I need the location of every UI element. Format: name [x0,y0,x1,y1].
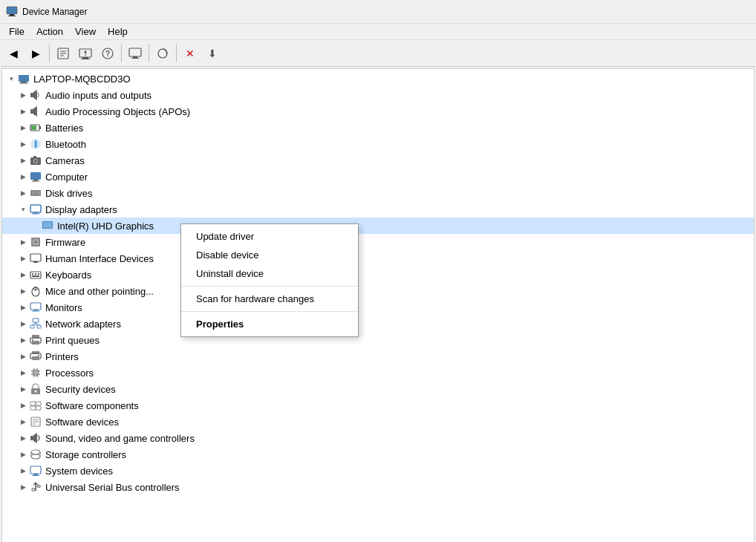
usb-toggle[interactable]: ▶ [17,481,29,493]
tree-item-cameras[interactable]: ▶ Cameras [2,152,754,169]
tree-item-apo[interactable]: ▶ Audio Processing Objects (APOs) [2,103,754,120]
monitors-toggle[interactable]: ▶ [17,301,29,313]
root-icon [17,72,30,85]
svg-rect-101 [33,474,38,475]
keyboards-icon [29,268,42,281]
ctx-uninstall-device[interactable]: Uninstall device [181,264,358,283]
ctx-disable-device[interactable]: Disable device [181,246,358,264]
tree-item-computer[interactable]: ▶ Computer [2,169,754,185]
security-toggle[interactable]: ▶ [17,383,29,395]
menu-action[interactable]: Action [30,25,69,39]
audio-toggle[interactable]: ▶ [17,89,29,101]
apo-toggle[interactable]: ▶ [17,105,29,117]
tree-item-monitors[interactable]: ▶ Monitors [2,299,754,316]
menu-file[interactable]: File [3,25,30,39]
remove-button[interactable]: ✕ [180,43,201,64]
tree-item-sound[interactable]: ▶ Sound, video and game controllers [2,430,754,446]
tree-item-disk[interactable]: ▶ Disk drives [2,185,754,201]
keyboards-toggle[interactable]: ▶ [17,269,29,281]
ctx-update-driver[interactable]: Update driver [181,227,358,246]
tree-root[interactable]: ▾ LAPTOP-MQBCDD3O [2,71,754,87]
menu-view[interactable]: View [69,25,102,39]
tree-item-intel-graphics[interactable]: ▶ Intel(R) UHD Graphics [2,218,754,234]
tree-item-batteries[interactable]: ▶ Batteries [2,120,754,136]
root-label: LAPTOP-MQBCDD3O [33,74,131,85]
svg-rect-47 [30,254,41,261]
tree-item-print-queues[interactable]: ▶ Print queues [2,332,754,348]
properties-button[interactable] [53,43,74,64]
tree-item-security[interactable]: ▶ Security devices [2,381,754,397]
tree-item-hid[interactable]: ▶ Human Interface Devices [2,250,754,267]
root-toggle[interactable]: ▾ [5,73,17,85]
tree-item-network[interactable]: ▶ Network adapters [2,316,754,332]
svg-rect-40 [33,212,38,214]
batteries-icon [29,121,42,134]
tree-item-mice[interactable]: ▶ Mice and other pointing... [2,283,754,299]
ctx-scan-hardware[interactable]: Scan for hardware changes [181,290,358,308]
svg-rect-69 [32,339,33,341]
network-label: Network adapters [45,319,121,330]
cameras-icon [29,154,42,167]
display-toggle[interactable]: ▾ [17,203,29,215]
system-icon [29,464,42,477]
toolbar-sep-3 [149,45,149,62]
tree-item-system[interactable]: ▶ System devices [2,463,754,479]
scan-button[interactable] [152,43,173,64]
svg-rect-32 [33,180,38,181]
bluetooth-toggle[interactable]: ▶ [17,138,29,150]
tree-item-software-components[interactable]: ▶ Software components [2,397,754,414]
print-queues-label: Print queues [45,335,100,346]
sound-icon [29,431,42,445]
svg-rect-90 [36,406,41,410]
forward-button[interactable]: ▶ [25,43,46,64]
help-button[interactable]: ? [97,43,118,64]
svg-rect-104 [32,489,35,491]
processors-label: Processors [45,368,94,379]
usb-icon [29,480,42,494]
svg-rect-20 [30,93,33,97]
mice-toggle[interactable]: ▶ [17,285,29,297]
tree-item-keyboards[interactable]: ▶ Keyboards [2,267,754,283]
tree-item-bluetooth[interactable]: ▶ ᛒ Bluetooth [2,136,754,152]
software-devices-toggle[interactable]: ▶ [17,416,29,428]
sound-toggle[interactable]: ▶ [17,432,29,444]
download-button[interactable]: ⬇ [202,43,223,64]
svg-rect-33 [32,181,39,182]
svg-rect-41 [32,214,39,215]
tree-item-firmware[interactable]: ▶ Firmware [2,234,754,250]
printers-toggle[interactable]: ▶ [17,350,29,362]
storage-toggle[interactable]: ▶ [17,448,29,460]
title-bar: Device Manager [0,0,756,24]
software-components-toggle[interactable]: ▶ [17,399,29,411]
software-devices-icon [29,415,42,428]
toolbar-sep-2 [121,45,122,62]
firmware-toggle[interactable]: ▶ [17,236,29,248]
tree-item-software-devices[interactable]: ▶ Software devices [2,414,754,430]
system-toggle[interactable]: ▶ [17,465,29,477]
network-toggle[interactable]: ▶ [17,318,29,330]
tree-item-display[interactable]: ▾ Display adapters [2,201,754,218]
hid-toggle[interactable]: ▶ [17,252,29,264]
monitors-label: Monitors [45,302,82,313]
tree-view[interactable]: ▾ LAPTOP-MQBCDD3O ▶ Audio inputs and [2,69,754,542]
computer-toggle[interactable]: ▶ [17,171,29,183]
toolbar: ◀ ▶ ? [0,40,756,67]
update-driver-button[interactable] [75,43,96,64]
svg-rect-75 [33,370,38,375]
display-button[interactable] [125,43,146,64]
software-components-icon [29,399,42,412]
processors-icon [29,366,42,379]
tree-item-usb[interactable]: ▶ Universal Serial Bus controllers [2,479,754,495]
ctx-properties[interactable]: Properties [181,315,358,333]
disk-toggle[interactable]: ▶ [17,187,29,199]
tree-item-printers[interactable]: ▶ Printers [2,348,754,365]
tree-item-audio[interactable]: ▶ Audio inputs and outputs [2,87,754,103]
cameras-toggle[interactable]: ▶ [17,154,29,166]
menu-help[interactable]: Help [102,25,134,39]
processors-toggle[interactable]: ▶ [17,367,29,379]
tree-item-processors[interactable]: ▶ Processors [2,365,754,381]
back-button[interactable]: ◀ [3,43,24,64]
batteries-toggle[interactable]: ▶ [17,122,29,134]
tree-item-storage[interactable]: ▶ Storage controllers [2,446,754,463]
print-queues-toggle[interactable]: ▶ [17,334,29,346]
